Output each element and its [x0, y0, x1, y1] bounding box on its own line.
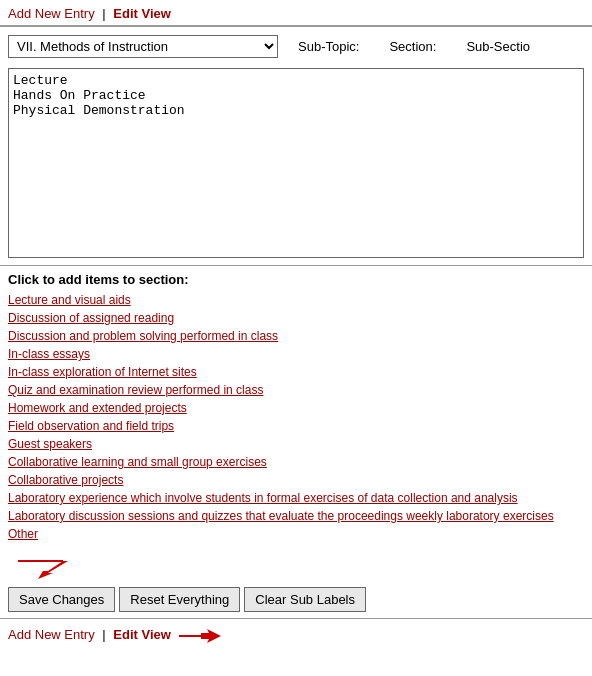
- bottom-add-new-entry-link[interactable]: Add New Entry: [8, 627, 95, 642]
- click-item-link[interactable]: Field observation and field trips: [8, 417, 584, 435]
- click-item-link[interactable]: Collaborative projects: [8, 471, 584, 489]
- click-item-link[interactable]: Discussion of assigned reading: [8, 309, 584, 327]
- click-item-link[interactable]: Discussion and problem solving performed…: [8, 327, 584, 345]
- arrow-icon: [8, 553, 78, 581]
- subsection-label: Sub-Sectio: [466, 39, 530, 54]
- click-item-link[interactable]: Quiz and examination review performed in…: [8, 381, 584, 399]
- controls-row: VII. Methods of Instruction Sub-Topic: S…: [0, 27, 592, 64]
- section-label: Section:: [389, 39, 436, 54]
- click-item-link[interactable]: Guest speakers: [8, 435, 584, 453]
- arrows-row: [0, 547, 592, 585]
- subtopic-label: Sub-Topic:: [298, 39, 359, 54]
- click-item-link[interactable]: Collaborative learning and small group e…: [8, 453, 584, 471]
- topic-select[interactable]: VII. Methods of Instruction: [8, 35, 278, 58]
- click-section-title: Click to add items to section:: [8, 272, 584, 287]
- click-item-link[interactable]: Other: [8, 525, 584, 543]
- main-textarea[interactable]: Lecture Hands On Practice Physical Demon…: [8, 68, 584, 258]
- bottom-edit-view-link[interactable]: Edit View: [113, 627, 171, 642]
- click-item-link[interactable]: Laboratory discussion sessions and quizz…: [8, 507, 584, 525]
- buttons-row: Save Changes Reset Everything Clear Sub …: [0, 585, 592, 618]
- top-edit-view-link[interactable]: Edit View: [113, 6, 171, 21]
- click-item-link[interactable]: Homework and extended projects: [8, 399, 584, 417]
- bottom-separator: |: [102, 627, 105, 642]
- bottom-arrow-icon: [179, 625, 229, 647]
- reset-everything-button[interactable]: Reset Everything: [119, 587, 240, 612]
- clear-sub-labels-button[interactable]: Clear Sub Labels: [244, 587, 366, 612]
- top-bar: Add New Entry | Edit View: [0, 0, 592, 26]
- items-list: Lecture and visual aidsDiscussion of ass…: [8, 291, 584, 543]
- bottom-bar: Add New Entry | Edit View: [0, 619, 592, 651]
- click-item-link[interactable]: In-class exploration of Internet sites: [8, 363, 584, 381]
- click-item-link[interactable]: Lecture and visual aids: [8, 291, 584, 309]
- click-section: Click to add items to section: Lecture a…: [0, 265, 592, 547]
- textarea-container: Lecture Hands On Practice Physical Demon…: [0, 64, 592, 261]
- click-item-link[interactable]: Laboratory experience which involve stud…: [8, 489, 584, 507]
- top-separator: |: [102, 6, 105, 21]
- save-changes-button[interactable]: Save Changes: [8, 587, 115, 612]
- click-item-link[interactable]: In-class essays: [8, 345, 584, 363]
- top-add-new-entry-link[interactable]: Add New Entry: [8, 6, 95, 21]
